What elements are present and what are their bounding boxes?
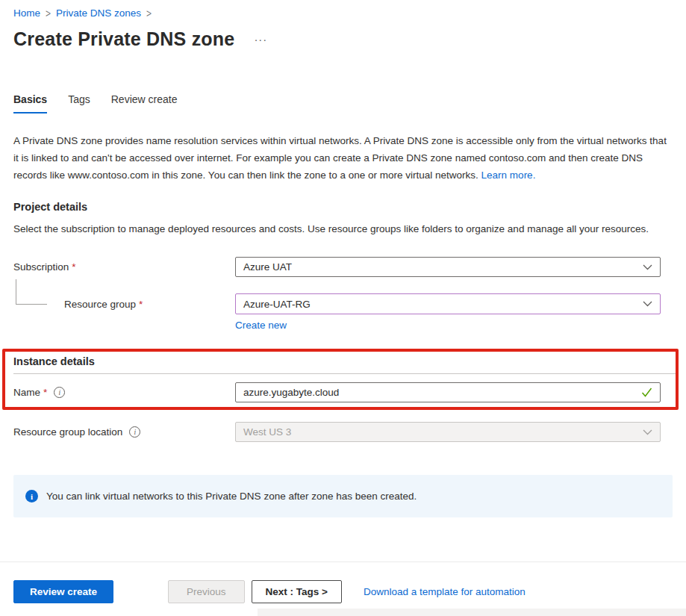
learn-more-link[interactable]: Learn more. [481, 169, 536, 181]
hierarchy-connector-line [16, 279, 47, 305]
download-template-link[interactable]: Download a template for automation [364, 586, 526, 597]
footer-divider [0, 561, 686, 562]
resource-group-field-cell: Azure-UAT-RG [235, 293, 661, 314]
breadcrumb-separator-icon: > [146, 7, 152, 20]
required-asterisk: * [43, 387, 47, 398]
resource-group-label: Resource group [64, 299, 136, 310]
name-info-icon[interactable]: i [54, 387, 65, 398]
location-field-cell: West US 3 [235, 422, 661, 442]
subscription-value: Azure UAT [243, 261, 292, 273]
resource-group-label-cell: Resource group * [13, 299, 235, 310]
info-icon: i [25, 490, 38, 503]
chevron-down-icon [643, 429, 652, 435]
more-options-button[interactable]: ··· [254, 33, 267, 46]
location-dropdown-disabled: West US 3 [235, 422, 661, 442]
create-new-link[interactable]: Create new [235, 320, 287, 331]
subscription-label: Subscription [13, 261, 69, 273]
footer-action-bar: Review create Previous Next : Tags > Dow… [13, 580, 526, 603]
project-details-description: Select the subscription to manage deploy… [13, 221, 673, 237]
create-private-dns-zone-page: Home > Private DNS zones > Create Privat… [0, 0, 686, 616]
intro-paragraph: A Private DNS zone provides name resolut… [13, 132, 673, 184]
info-banner: i You can link virtual networks to this … [13, 475, 673, 517]
review-create-button[interactable]: Review create [13, 580, 113, 603]
name-input[interactable]: azure.yugabyte.cloud [235, 382, 661, 402]
subscription-dropdown[interactable]: Azure UAT [235, 257, 661, 277]
next-tags-button[interactable]: Next : Tags > [252, 580, 342, 603]
chevron-down-icon [643, 301, 652, 307]
name-label: Name [13, 387, 40, 398]
chevron-down-icon [643, 264, 652, 270]
tab-bar: Basics Tags Review create [13, 93, 673, 113]
location-label-cell: Resource group location i [13, 426, 235, 438]
tab-tags[interactable]: Tags [68, 93, 90, 113]
resource-group-value: Azure-UAT-RG [243, 299, 311, 310]
tab-review-create[interactable]: Review create [111, 93, 178, 113]
create-new-row: Create new [235, 320, 673, 331]
subscription-field-cell: Azure UAT [235, 257, 661, 277]
valid-checkmark-icon [641, 388, 652, 397]
name-value: azure.yugabyte.cloud [243, 387, 339, 398]
project-details-heading: Project details [13, 201, 673, 213]
subscription-row: Subscription * Azure UAT [13, 257, 673, 277]
tab-basics[interactable]: Basics [13, 93, 47, 113]
required-asterisk: * [72, 261, 75, 273]
location-label: Resource group location [13, 426, 122, 438]
resource-group-dropdown[interactable]: Azure-UAT-RG [235, 293, 661, 314]
page-title: Create Private DNS zone [13, 28, 234, 50]
breadcrumb-separator-icon: > [46, 7, 51, 20]
title-row: Create Private DNS zone ··· [13, 28, 673, 50]
section-divider [13, 373, 679, 374]
location-info-icon[interactable]: i [129, 426, 140, 438]
instance-details-section: Instance details Name * i azure.yugabyte… [13, 355, 673, 402]
breadcrumb-link-home[interactable]: Home [13, 7, 40, 19]
name-field-cell: azure.yugabyte.cloud [235, 382, 661, 402]
previous-button: Previous [168, 580, 245, 603]
breadcrumb: Home > Private DNS zones > [13, 0, 673, 19]
instance-details-heading: Instance details [13, 355, 673, 367]
info-banner-text: You can link virtual networks to this Pr… [46, 491, 417, 502]
breadcrumb-link-private-dns-zones[interactable]: Private DNS zones [56, 7, 141, 19]
location-row: Resource group location i West US 3 [13, 422, 673, 442]
name-row: Name * i azure.yugabyte.cloud [13, 382, 673, 402]
name-label-cell: Name * i [13, 387, 235, 398]
bottom-strip [258, 609, 686, 616]
location-value: West US 3 [243, 426, 291, 438]
intro-text: A Private DNS zone provides name resolut… [13, 135, 667, 181]
resource-group-row: Resource group * Azure-UAT-RG [13, 293, 673, 314]
subscription-label-cell: Subscription * [13, 261, 235, 273]
required-asterisk: * [139, 299, 143, 310]
